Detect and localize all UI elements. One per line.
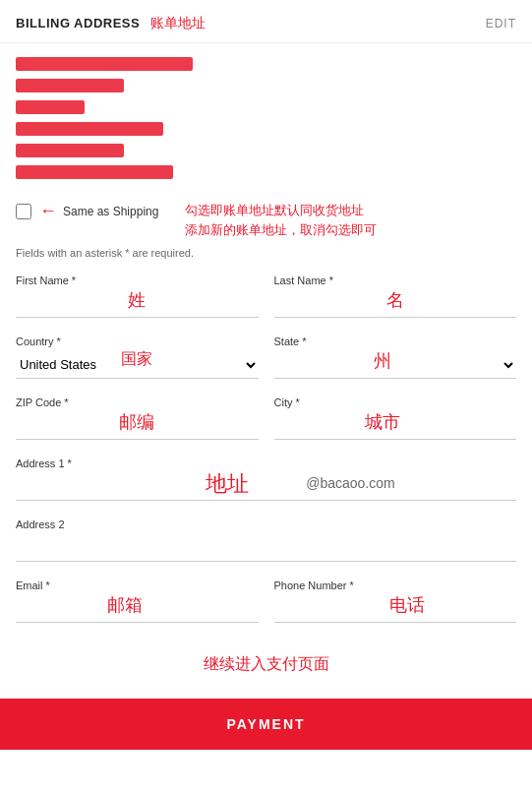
billing-title-group: BILLING ADDRESS 账单地址 <box>16 14 206 32</box>
address1-input[interactable] <box>16 473 516 501</box>
redacted-line-6 <box>16 165 173 179</box>
form-area: First Name * 姓 Last Name * 名 Country * U… <box>0 265 532 631</box>
country-select[interactable]: United States Canada China United Kingdo… <box>16 351 259 379</box>
address2-row: Address 2 <box>16 509 516 570</box>
redacted-line-5 <box>16 144 124 157</box>
city-label: City * <box>274 396 517 408</box>
last-name-input[interactable] <box>274 290 517 318</box>
billing-title-cn: 账单地址 <box>150 15 206 30</box>
state-col: State * Alabama Alaska California New Yo… <box>274 326 517 387</box>
same-shipping-note: 勾选即账单地址默认同收货地址 添加新的账单地址，取消勾选即可 <box>185 201 516 239</box>
redacted-line-4 <box>16 122 163 136</box>
city-col: City * 城市 <box>274 387 517 448</box>
same-shipping-left: ← Same as Shipping <box>16 201 173 221</box>
city-input[interactable] <box>274 412 517 440</box>
last-name-label: Last Name * <box>274 274 517 286</box>
phone-label: Phone Number * <box>274 580 517 591</box>
address2-label: Address 2 <box>16 518 516 530</box>
same-as-shipping-checkbox[interactable] <box>16 204 31 219</box>
same-shipping-label[interactable]: Same as Shipping <box>63 205 158 218</box>
required-note: Fields with an asterisk * are required. <box>0 243 532 265</box>
zip-city-row: ZIP Code * 邮编 City * 城市 <box>16 387 516 448</box>
first-name-label: First Name * <box>16 274 259 286</box>
state-select[interactable]: Alabama Alaska California New York Texas <box>274 351 517 379</box>
zip-label: ZIP Code * <box>16 396 259 408</box>
email-input[interactable] <box>16 595 259 623</box>
country-state-row: Country * United States Canada China Uni… <box>16 326 516 387</box>
first-name-input[interactable] <box>16 290 259 318</box>
billing-title: BILLING ADDRESS <box>16 16 140 30</box>
address-display <box>0 43 532 193</box>
address1-row: Address 1 * 地址 @bacaoo.com <box>16 448 516 509</box>
zip-input[interactable] <box>16 412 259 440</box>
email-col: Email * 邮箱 <box>16 570 259 631</box>
phone-col: Phone Number * 电话 <box>274 570 517 631</box>
first-name-col: First Name * 姓 <box>16 265 259 326</box>
same-shipping-row: ← Same as Shipping 勾选即账单地址默认同收货地址 添加新的账单… <box>0 193 532 243</box>
email-phone-row: Email * 邮箱 Phone Number * 电话 <box>16 570 516 631</box>
payment-button[interactable]: PAYMENT <box>0 699 532 750</box>
page-wrapper: BILLING ADDRESS 账单地址 EDIT ← Same as Ship… <box>0 0 532 750</box>
email-label: Email * <box>16 580 259 591</box>
name-row: First Name * 姓 Last Name * 名 <box>16 265 516 326</box>
country-col: Country * United States Canada China Uni… <box>16 326 259 387</box>
zip-col: ZIP Code * 邮编 <box>16 387 259 448</box>
edit-link[interactable]: EDIT <box>486 17 516 30</box>
country-label: Country * <box>16 336 259 347</box>
last-name-col: Last Name * 名 <box>274 265 517 326</box>
arrow-icon: ← <box>39 201 57 221</box>
redacted-line-3 <box>16 100 85 114</box>
address1-label: Address 1 * <box>16 458 516 469</box>
billing-header: BILLING ADDRESS 账单地址 EDIT <box>0 0 532 43</box>
state-label: State * <box>274 336 517 347</box>
continue-area: 继续进入支付页面 <box>0 631 532 695</box>
redacted-line-2 <box>16 79 124 92</box>
redacted-line-1 <box>16 57 193 71</box>
phone-input[interactable] <box>274 595 517 623</box>
address2-input[interactable] <box>16 534 516 562</box>
continue-text: 继续进入支付页面 <box>16 654 516 675</box>
